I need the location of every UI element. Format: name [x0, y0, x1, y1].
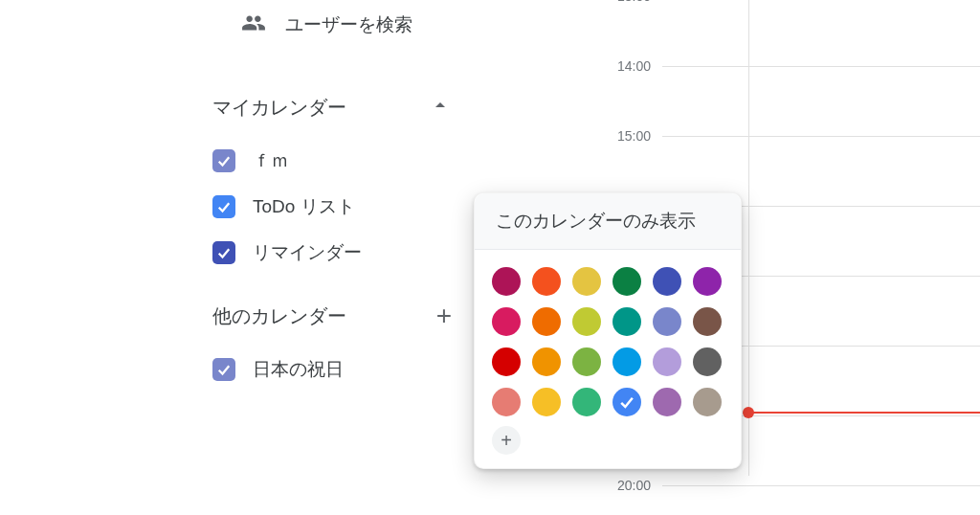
calendar-item[interactable]: リマインダー [212, 230, 452, 276]
sidebar: ユーザーを検索 マイカレンダー ｆｍToDo リストリマインダー 他のカレンダー… [212, 0, 452, 392]
other-calendars-label: 他のカレンダー [212, 303, 346, 329]
now-indicator-dot [743, 407, 754, 418]
color-swatch[interactable] [653, 267, 681, 296]
calendar-label: リマインダー [253, 240, 362, 265]
color-swatch[interactable] [612, 347, 641, 376]
time-label: 15:00 [617, 128, 651, 144]
calendar-label: ToDo リスト [253, 194, 355, 219]
color-swatch[interactable] [653, 307, 681, 336]
color-swatch[interactable] [653, 388, 681, 416]
color-swatch[interactable] [693, 267, 722, 296]
search-people-row[interactable]: ユーザーを検索 [212, 0, 452, 50]
color-swatch[interactable] [532, 388, 561, 416]
color-swatch[interactable] [612, 388, 641, 416]
color-swatch[interactable] [532, 267, 561, 296]
my-calendars-header[interactable]: マイカレンダー [212, 82, 452, 132]
color-swatch[interactable] [693, 347, 722, 376]
show-only-this-calendar-button[interactable]: このカレンダーのみ表示 [475, 193, 741, 250]
color-swatch[interactable] [693, 388, 722, 416]
calendar-item[interactable]: ToDo リスト [212, 184, 452, 230]
calendar-checkbox[interactable] [212, 195, 235, 218]
other-calendars-header[interactable]: 他のカレンダー + [212, 291, 452, 341]
calendar-item[interactable]: 日本の祝日 [212, 347, 452, 392]
color-swatch[interactable] [492, 267, 521, 296]
calendar-label: ｆｍ [253, 148, 289, 173]
color-swatch[interactable] [492, 347, 521, 376]
color-swatch[interactable] [612, 267, 641, 296]
show-only-this-calendar-label: このカレンダーのみ表示 [496, 209, 696, 234]
color-swatch[interactable] [532, 347, 561, 376]
my-calendars-label: マイカレンダー [212, 95, 346, 121]
plus-icon[interactable]: + [436, 302, 452, 329]
time-label: 14:00 [617, 58, 651, 74]
chevron-up-icon [429, 94, 452, 122]
calendar-checkbox[interactable] [212, 241, 235, 264]
color-swatch[interactable] [492, 388, 521, 416]
color-swatch[interactable] [693, 307, 722, 336]
calendar-label: 日本の祝日 [253, 357, 344, 382]
color-swatch[interactable] [532, 307, 561, 336]
my-calendar-list: ｆｍToDo リストリマインダー [212, 138, 452, 276]
color-swatch[interactable] [572, 267, 601, 296]
calendar-color-popover: このカレンダーのみ表示 + [474, 192, 742, 469]
now-indicator-line [748, 412, 980, 414]
plus-icon: + [501, 430, 512, 452]
color-swatch[interactable] [572, 347, 601, 376]
people-icon [241, 11, 266, 40]
calendar-item[interactable]: ｆｍ [212, 138, 452, 184]
calendar-checkbox[interactable] [212, 149, 235, 172]
color-swatch[interactable] [612, 307, 641, 336]
search-people-label: ユーザーを検索 [285, 12, 412, 37]
color-swatch[interactable] [572, 307, 601, 336]
add-custom-color-button[interactable]: + [492, 426, 521, 455]
time-label: 20:00 [617, 478, 651, 493]
calendar-checkbox[interactable] [212, 358, 235, 381]
color-swatch[interactable] [492, 307, 521, 336]
color-swatch[interactable] [653, 347, 681, 376]
time-label: 13:00 [617, 0, 651, 4]
color-swatch[interactable] [572, 388, 601, 416]
color-grid [492, 267, 724, 416]
other-calendar-list: 日本の祝日 [212, 347, 452, 392]
